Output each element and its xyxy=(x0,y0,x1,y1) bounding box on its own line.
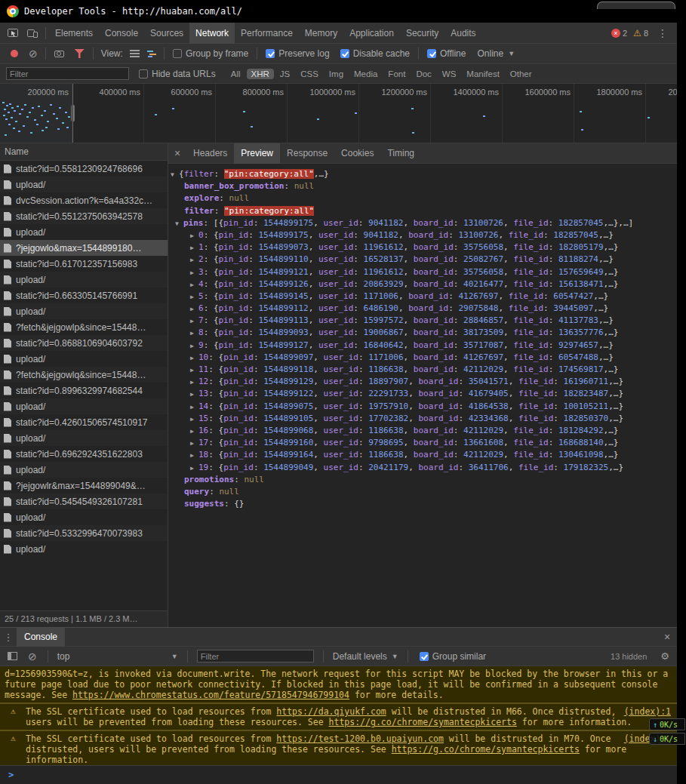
console-link[interactable]: https://g.co/chrome/symantecpkicerts xyxy=(392,744,580,755)
json-array-entry[interactable]: ▶7: {pin_id: 1544899113, user_id: 159975… xyxy=(168,315,677,327)
json-array-entry[interactable]: ▶18: {pin_id: 1544899164, user_id: 11866… xyxy=(168,449,677,461)
device-toolbar-icon[interactable] xyxy=(23,23,42,44)
request-row[interactable]: upload/ xyxy=(0,272,168,287)
json-array-entry[interactable]: ▶13: {pin_id: 1544899122, user_id: 22291… xyxy=(168,388,677,400)
request-row[interactable]: upload/ xyxy=(0,430,168,446)
checkbox-group-by-frame[interactable]: Group by frame xyxy=(173,48,248,59)
filter-type-media[interactable]: Media xyxy=(349,69,382,79)
network-overview-timeline[interactable]: 200000 ms400000 ms600000 ms800000 ms1000… xyxy=(0,84,677,143)
tab-performance[interactable]: Performance xyxy=(235,23,299,44)
clear-icon[interactable]: ⊘ xyxy=(29,48,38,60)
request-row[interactable]: static?id=0.42601506574510917 xyxy=(0,414,168,430)
request-row[interactable]: ?jejgowlr&max=1544899049&… xyxy=(0,478,168,493)
tab-elements[interactable]: Elements xyxy=(49,23,99,44)
name-column-header[interactable]: Name xyxy=(0,143,168,161)
request-row[interactable]: static?id=0.6962924351622803 xyxy=(0,446,168,462)
request-row[interactable]: dvcSession.action?k=6a4a332c… xyxy=(0,192,168,208)
console-prompt[interactable]: > xyxy=(0,765,677,784)
json-pins-array[interactable]: ▼pins: [{pin_id: 1544899175, user_id: 90… xyxy=(168,217,677,229)
detail-tab-timing[interactable]: Timing xyxy=(380,143,421,164)
request-row[interactable]: ?fetch&jejgowlp&since=15448… xyxy=(0,319,168,335)
more-options-icon[interactable]: ⋮ xyxy=(654,27,671,39)
detail-tab-preview[interactable]: Preview xyxy=(234,143,280,164)
console-sidebar-icon[interactable] xyxy=(8,652,17,660)
request-row[interactable]: static?id=0.8996329974682544 xyxy=(0,383,168,398)
request-row[interactable]: static?id=0.5581230924768696 xyxy=(0,161,168,177)
inspect-element-icon[interactable] xyxy=(3,23,23,44)
clear-console-icon[interactable]: ⊘ xyxy=(28,650,37,663)
checkbox-box[interactable] xyxy=(173,49,182,58)
request-row[interactable]: upload/ xyxy=(0,224,168,240)
checkbox-disable-cache[interactable]: Disable cache xyxy=(340,48,410,59)
request-row[interactable]: static?id=0.5512375063942578 xyxy=(0,208,168,224)
log-levels-dropdown[interactable]: Default levels ▼ xyxy=(330,651,401,662)
filter-type-font[interactable]: Font xyxy=(383,69,410,79)
filter-type-ws[interactable]: WS xyxy=(438,69,461,79)
list-view-icon[interactable] xyxy=(130,50,140,57)
request-row[interactable]: upload/ xyxy=(0,303,168,319)
json-array-entry[interactable]: ▶14: {pin_id: 1544899075, user_id: 19757… xyxy=(168,401,677,413)
request-row[interactable]: upload/ xyxy=(0,541,168,557)
screenshot-capture-icon[interactable] xyxy=(54,51,64,57)
console-link[interactable]: https://da.qiyukf.com xyxy=(276,706,386,717)
request-row[interactable]: upload/ xyxy=(0,177,168,192)
json-array-entry[interactable]: ▶1: {pin_id: 1544899073, user_id: 119616… xyxy=(168,241,677,254)
json-array-entry[interactable]: ▶16: {pin_id: 1544899068, user_id: 11866… xyxy=(168,425,677,437)
close-icon[interactable]: × xyxy=(168,147,186,159)
close-drawer-icon[interactable]: × xyxy=(657,631,677,643)
tab-memory[interactable]: Memory xyxy=(299,23,343,44)
error-count-badge[interactable]: ×2 xyxy=(611,29,627,38)
request-row[interactable]: upload/ xyxy=(0,462,168,478)
request-row[interactable]: static?id=0.663305145766991 xyxy=(0,287,168,303)
throttling-dropdown[interactable]: Online ▼ xyxy=(477,48,515,59)
request-row[interactable]: ?fetch&jejgowlq&since=15448… xyxy=(0,367,168,383)
filter-type-img[interactable]: Img xyxy=(325,69,348,79)
filter-type-doc[interactable]: Doc xyxy=(411,69,435,79)
json-root-object[interactable]: ▼{filter: "pin:category:all",…} xyxy=(168,168,677,180)
json-array-entry[interactable]: ▶5: {pin_id: 1544899145, user_id: 117100… xyxy=(168,291,677,303)
detail-tab-headers[interactable]: Headers xyxy=(186,143,234,164)
json-array-entry[interactable]: ▶10: {pin_id: 1544899097, user_id: 11710… xyxy=(168,352,677,364)
request-row[interactable]: static?id=0.5454549326107281 xyxy=(0,493,168,509)
json-array-entry[interactable]: ▶19: {pin_id: 1544899049, user_id: 20421… xyxy=(168,462,677,474)
console-link[interactable]: https://g.co/chrome/symantecpkicerts xyxy=(329,717,517,727)
filter-type-xhr[interactable]: XHR xyxy=(247,69,274,79)
filter-type-js[interactable]: JS xyxy=(275,69,294,79)
checkbox-box[interactable] xyxy=(420,652,429,661)
json-array-entry[interactable]: ▶11: {pin_id: 1544899118, user_id: 11866… xyxy=(168,364,677,376)
tab-sources[interactable]: Sources xyxy=(144,23,189,44)
json-array-entry[interactable]: ▶8: {pin_id: 1544899093, user_id: 190068… xyxy=(168,327,677,339)
request-row[interactable]: ?jejgowlo&max=1544899180… xyxy=(0,240,168,256)
console-link[interactable]: https://test-1200.b0.upaiyun.com xyxy=(276,733,444,744)
json-array-entry[interactable]: ▶6: {pin_id: 1544899112, user_id: 648619… xyxy=(168,303,677,315)
network-filter-input[interactable] xyxy=(6,67,129,80)
request-row[interactable]: upload/ xyxy=(0,398,168,414)
json-array-entry[interactable]: ▶15: {pin_id: 1544899105, user_id: 17702… xyxy=(168,413,677,425)
json-array-entry[interactable]: ▶3: {pin_id: 1544899121, user_id: 119616… xyxy=(168,266,677,278)
console-settings-icon[interactable]: ⚙ xyxy=(657,650,672,662)
filter-type-other[interactable]: Other xyxy=(506,69,537,79)
checkbox-box[interactable] xyxy=(139,69,148,78)
context-dropdown[interactable]: top ▼ xyxy=(54,651,181,662)
json-array-entry[interactable]: ▶9: {pin_id: 1544899127, user_id: 168406… xyxy=(168,340,677,352)
console-source-link[interactable]: (index):1 xyxy=(624,706,671,717)
json-array-entry[interactable]: ▶17: {pin_id: 1544899160, user_id: 97986… xyxy=(168,437,677,449)
request-row[interactable]: static?id=0.8688106904603792 xyxy=(0,335,168,351)
detail-tab-cookies[interactable]: Cookies xyxy=(334,143,380,164)
filter-type-all[interactable]: All xyxy=(226,69,245,79)
json-array-entry[interactable]: ▶2: {pin_id: 1544899110, user_id: 165281… xyxy=(168,254,677,266)
overview-view-icon[interactable] xyxy=(147,50,157,58)
filter-type-manifest[interactable]: Manifest xyxy=(462,69,503,79)
json-array-entry[interactable]: ▶12: {pin_id: 1544899129, user_id: 18897… xyxy=(168,376,677,388)
checkbox-hide-data-urls[interactable]: Hide data URLs xyxy=(139,69,216,79)
checkbox-group-similar[interactable]: Group similar xyxy=(420,651,486,662)
tab-console-drawer[interactable]: Console xyxy=(17,628,65,647)
request-row[interactable]: upload/ xyxy=(0,351,168,367)
request-row[interactable]: static?id=0.5332996470073983 xyxy=(0,525,168,541)
request-row[interactable]: upload/ xyxy=(0,509,168,525)
tab-security[interactable]: Security xyxy=(400,23,445,44)
console-link[interactable]: https://www.chromestatus.com/feature/571… xyxy=(72,690,349,700)
json-array-entry[interactable]: ▶4: {pin_id: 1544899126, user_id: 208639… xyxy=(168,278,677,291)
drawer-menu-icon[interactable]: ⋮ xyxy=(0,632,17,643)
tab-network[interactable]: Network xyxy=(189,23,235,44)
